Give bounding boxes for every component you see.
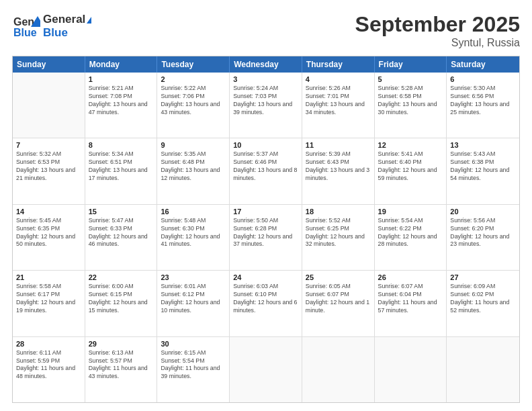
- day-number: 20: [450, 208, 516, 216]
- day-number: 19: [378, 208, 443, 216]
- calendar-week-4: 21Sunrise: 5:58 AMSunset: 6:17 PMDayligh…: [13, 271, 519, 336]
- day-number: 15: [89, 208, 154, 216]
- sun-info: Sunrise: 5:56 AMSunset: 6:20 PMDaylight:…: [450, 217, 516, 249]
- sun-info: Sunrise: 5:41 AMSunset: 6:40 PMDaylight:…: [378, 150, 443, 183]
- calendar-cell: 9Sunrise: 5:35 AMSunset: 6:48 PMDaylight…: [157, 138, 230, 203]
- day-number: 13: [450, 141, 516, 149]
- calendar-cell: 27Sunrise: 6:09 AMSunset: 6:02 PMDayligh…: [447, 271, 519, 336]
- day-number: 26: [378, 273, 443, 281]
- sun-info: Sunrise: 5:32 AMSunset: 6:53 PMDaylight:…: [16, 150, 81, 183]
- sun-info: Sunrise: 6:01 AMSunset: 6:12 PMDaylight:…: [161, 283, 226, 315]
- calendar-cell: 2Sunrise: 5:22 AMSunset: 7:06 PMDaylight…: [157, 73, 230, 138]
- sun-info: Sunrise: 6:09 AMSunset: 6:02 PMDaylight:…: [450, 283, 516, 315]
- calendar-week-5: 28Sunrise: 6:11 AMSunset: 5:59 PMDayligh…: [13, 337, 519, 402]
- calendar-week-1: 1Sunrise: 5:21 AMSunset: 7:08 PMDaylight…: [13, 73, 519, 138]
- day-number: 11: [306, 141, 371, 149]
- calendar-cell: 25Sunrise: 6:05 AMSunset: 6:07 PMDayligh…: [302, 271, 375, 336]
- day-number: 24: [233, 273, 298, 281]
- sun-info: Sunrise: 5:26 AMSunset: 7:01 PMDaylight:…: [306, 85, 371, 117]
- day-number: 6: [450, 75, 516, 83]
- day-number: 18: [306, 208, 371, 216]
- day-number: 29: [89, 340, 154, 348]
- calendar-cell: 29Sunrise: 6:13 AMSunset: 5:57 PMDayligh…: [85, 337, 158, 402]
- day-number: 22: [89, 273, 154, 281]
- day-number: 12: [378, 141, 443, 149]
- calendar-cell: 21Sunrise: 5:58 AMSunset: 6:17 PMDayligh…: [13, 271, 85, 336]
- sun-info: Sunrise: 6:00 AMSunset: 6:15 PMDaylight:…: [89, 283, 154, 315]
- sun-info: Sunrise: 5:39 AMSunset: 6:43 PMDaylight:…: [306, 150, 371, 183]
- calendar-cell: [375, 337, 447, 402]
- sun-info: Sunrise: 5:30 AMSunset: 6:56 PMDaylight:…: [450, 85, 516, 117]
- day-number: 28: [16, 340, 81, 348]
- day-number: 10: [233, 141, 298, 149]
- sun-info: Sunrise: 6:07 AMSunset: 6:04 PMDaylight:…: [378, 283, 443, 315]
- sun-info: Sunrise: 5:24 AMSunset: 7:03 PMDaylight:…: [233, 85, 298, 117]
- calendar-header: SundayMondayTuesdayWednesdayThursdayFrid…: [13, 56, 519, 73]
- weekday-header-friday: Friday: [375, 56, 447, 73]
- calendar-cell: 4Sunrise: 5:26 AMSunset: 7:01 PMDaylight…: [302, 73, 375, 138]
- weekday-header-wednesday: Wednesday: [230, 56, 302, 73]
- calendar-cell: 18Sunrise: 5:52 AMSunset: 6:25 PMDayligh…: [302, 205, 375, 270]
- calendar-cell: 5Sunrise: 5:28 AMSunset: 6:58 PMDaylight…: [375, 73, 447, 138]
- calendar-cell: 28Sunrise: 6:11 AMSunset: 5:59 PMDayligh…: [13, 337, 85, 402]
- calendar-cell: 3Sunrise: 5:24 AMSunset: 7:03 PMDaylight…: [230, 73, 302, 138]
- day-number: 5: [378, 75, 443, 83]
- calendar-cell: 30Sunrise: 6:15 AMSunset: 5:54 PMDayligh…: [157, 337, 230, 402]
- sun-info: Sunrise: 5:37 AMSunset: 6:46 PMDaylight:…: [233, 150, 298, 183]
- day-number: 25: [306, 273, 371, 281]
- title-block: September 2025 Syntul, Russia: [355, 12, 520, 49]
- day-number: 7: [16, 141, 81, 149]
- day-number: 4: [306, 75, 371, 83]
- calendar-cell: [13, 73, 85, 138]
- calendar-cell: 13Sunrise: 5:43 AMSunset: 6:38 PMDayligh…: [447, 138, 519, 203]
- day-number: 8: [89, 141, 154, 149]
- day-number: 16: [161, 208, 226, 216]
- calendar-page: General Blue General Blue September 2025…: [0, 0, 532, 411]
- day-number: 27: [450, 273, 516, 281]
- calendar-cell: 7Sunrise: 5:32 AMSunset: 6:53 PMDaylight…: [13, 138, 85, 203]
- sun-info: Sunrise: 5:22 AMSunset: 7:06 PMDaylight:…: [161, 85, 226, 117]
- day-number: 21: [16, 273, 81, 281]
- calendar-cell: 6Sunrise: 5:30 AMSunset: 6:56 PMDaylight…: [447, 73, 519, 138]
- sun-info: Sunrise: 5:54 AMSunset: 6:22 PMDaylight:…: [378, 217, 443, 249]
- calendar-cell: 11Sunrise: 5:39 AMSunset: 6:43 PMDayligh…: [302, 138, 375, 203]
- svg-text:Blue: Blue: [13, 27, 37, 38]
- calendar-body: 1Sunrise: 5:21 AMSunset: 7:08 PMDaylight…: [13, 73, 519, 402]
- calendar-cell: 22Sunrise: 6:00 AMSunset: 6:15 PMDayligh…: [85, 271, 158, 336]
- logo: General Blue General Blue: [12, 12, 91, 40]
- day-number: 23: [161, 273, 226, 281]
- sun-info: Sunrise: 5:45 AMSunset: 6:35 PMDaylight:…: [16, 217, 81, 249]
- weekday-header-sunday: Sunday: [13, 56, 85, 73]
- weekday-header-tuesday: Tuesday: [157, 56, 230, 73]
- sun-info: Sunrise: 6:03 AMSunset: 6:10 PMDaylight:…: [233, 283, 298, 315]
- day-number: 14: [16, 208, 81, 216]
- logo-blue-text: Blue: [43, 26, 91, 40]
- calendar-cell: 19Sunrise: 5:54 AMSunset: 6:22 PMDayligh…: [375, 205, 447, 270]
- day-number: 3: [233, 75, 298, 83]
- sun-info: Sunrise: 5:35 AMSunset: 6:48 PMDaylight:…: [161, 150, 226, 183]
- calendar-cell: 12Sunrise: 5:41 AMSunset: 6:40 PMDayligh…: [375, 138, 447, 203]
- day-number: 30: [161, 340, 226, 348]
- logo-general-text: General: [43, 13, 91, 26]
- day-number: 2: [161, 75, 226, 83]
- sun-info: Sunrise: 6:11 AMSunset: 5:59 PMDaylight:…: [16, 349, 81, 381]
- calendar-cell: 17Sunrise: 5:50 AMSunset: 6:28 PMDayligh…: [230, 205, 302, 270]
- sun-info: Sunrise: 5:43 AMSunset: 6:38 PMDaylight:…: [450, 150, 516, 183]
- calendar-cell: [230, 337, 302, 402]
- calendar-cell: [302, 337, 375, 402]
- weekday-header-saturday: Saturday: [447, 56, 519, 73]
- sun-info: Sunrise: 5:58 AMSunset: 6:17 PMDaylight:…: [16, 283, 81, 315]
- page-header: General Blue General Blue September 2025…: [12, 12, 520, 49]
- sun-info: Sunrise: 5:47 AMSunset: 6:33 PMDaylight:…: [89, 217, 154, 249]
- logo-icon: General Blue: [12, 12, 40, 40]
- calendar-week-3: 14Sunrise: 5:45 AMSunset: 6:35 PMDayligh…: [13, 205, 519, 271]
- calendar-cell: 15Sunrise: 5:47 AMSunset: 6:33 PMDayligh…: [85, 205, 158, 270]
- calendar-cell: 10Sunrise: 5:37 AMSunset: 6:46 PMDayligh…: [230, 138, 302, 203]
- calendar-cell: 20Sunrise: 5:56 AMSunset: 6:20 PMDayligh…: [447, 205, 519, 270]
- calendar-cell: 8Sunrise: 5:34 AMSunset: 6:51 PMDaylight…: [85, 138, 158, 203]
- calendar-cell: 23Sunrise: 6:01 AMSunset: 6:12 PMDayligh…: [157, 271, 230, 336]
- day-number: 17: [233, 208, 298, 216]
- calendar-cell: [447, 337, 519, 402]
- calendar-cell: 16Sunrise: 5:48 AMSunset: 6:30 PMDayligh…: [157, 205, 230, 270]
- day-number: 9: [161, 141, 226, 149]
